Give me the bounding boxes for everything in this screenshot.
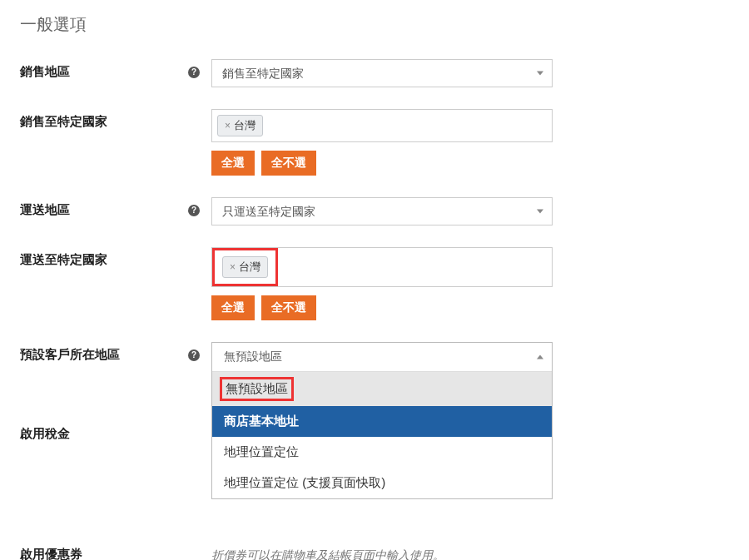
select-all-button[interactable]: 全選 xyxy=(211,295,255,320)
label-shipping-locations: 運送地區 ? xyxy=(20,197,211,218)
chevron-up-icon xyxy=(537,355,543,359)
select-value: 只運送至特定國家 xyxy=(222,205,315,218)
chip-label: 台灣 xyxy=(239,260,260,275)
label-text: 啟用優惠券 xyxy=(20,547,82,560)
label-sell-countries: 銷售至特定國家 xyxy=(20,109,211,130)
option-geolocate-cache[interactable]: 地理位置定位 (支援頁面快取) xyxy=(212,468,552,498)
option-geolocate[interactable]: 地理位置定位 xyxy=(212,437,552,468)
label-text: 運送至特定國家 xyxy=(20,252,107,268)
option-shop-base[interactable]: 商店基本地址 xyxy=(212,406,552,437)
highlight-marker: 無預設地區 xyxy=(220,377,294,401)
row-sell-countries: 銷售至特定國家 × 台灣 全選 全不選 xyxy=(20,109,729,176)
help-icon[interactable]: ? xyxy=(188,349,200,361)
select-all-button[interactable]: 全選 xyxy=(211,151,255,176)
chip-taiwan[interactable]: × 台灣 xyxy=(217,115,263,136)
label-ship-countries: 運送至特定國家 xyxy=(20,247,211,268)
select-value[interactable]: 無預設地區 xyxy=(212,343,552,372)
select-value: 銷售至特定國家 xyxy=(222,67,304,80)
row-selling-locations: 銷售地區 ? 銷售至特定國家 xyxy=(20,59,729,87)
close-icon[interactable]: × xyxy=(225,121,231,131)
label-text: 預設客戶所在地區 xyxy=(20,347,120,363)
chevron-down-icon xyxy=(537,72,543,76)
label-text: 銷售地區 xyxy=(20,64,70,80)
sell-countries-input[interactable]: × 台灣 xyxy=(211,109,553,142)
select-none-button[interactable]: 全不選 xyxy=(261,151,316,176)
row-shipping-locations: 運送地區 ? 只運送至特定國家 xyxy=(20,197,729,225)
label-text: 運送地區 xyxy=(20,202,70,218)
close-icon[interactable]: × xyxy=(230,262,236,272)
select-shipping-locations[interactable]: 只運送至特定國家 xyxy=(211,197,553,225)
dropdown-list: 無預設地區 商店基本地址 地理位置定位 地理位置定位 (支援頁面快取) xyxy=(212,372,552,498)
chip-label: 台灣 xyxy=(234,118,255,133)
select-selling-locations[interactable]: 銷售至特定國家 xyxy=(211,59,553,87)
coupon-help-1: 折價券可以在購物車及結帳頁面中輸入使用。 xyxy=(211,548,677,560)
help-icon[interactable]: ? xyxy=(188,67,200,78)
row-ship-countries: 運送至特定國家 × 台灣 全選 全不選 xyxy=(20,247,729,320)
section-title: 一般選項 xyxy=(20,13,729,36)
label-text: 銷售至特定國家 xyxy=(20,114,107,130)
option-label: 無預設地區 xyxy=(226,381,288,395)
label-selling-locations: 銷售地區 ? xyxy=(20,59,211,80)
ship-countries-input[interactable]: × 台灣 xyxy=(211,247,553,287)
option-no-default[interactable]: 無預設地區 xyxy=(212,372,552,406)
label-enable-coupon: 啟用優惠券 xyxy=(20,542,211,560)
help-icon[interactable]: ? xyxy=(188,205,200,216)
label-default-location: 預設客戶所在地區 ? xyxy=(20,342,211,363)
select-none-button[interactable]: 全不選 xyxy=(261,295,316,320)
select-default-location[interactable]: 無預設地區 無預設地區 商店基本地址 地理位置定位 地理位置定位 (支援頁面快取… xyxy=(211,342,553,499)
chip-taiwan[interactable]: × 台灣 xyxy=(222,256,268,278)
row-default-location: 預設客戶所在地區 ? 無預設地區 無預設地區 商店基本地址 地理位置定位 地理位… xyxy=(20,342,729,499)
row-enable-coupon: 啟用優惠券 折價券可以在購物車及結帳頁面中輸入使用。 分別計算折價券折扣 當使用… xyxy=(20,542,729,560)
chevron-down-icon xyxy=(537,210,543,214)
highlight-marker: × 台灣 xyxy=(212,248,278,286)
